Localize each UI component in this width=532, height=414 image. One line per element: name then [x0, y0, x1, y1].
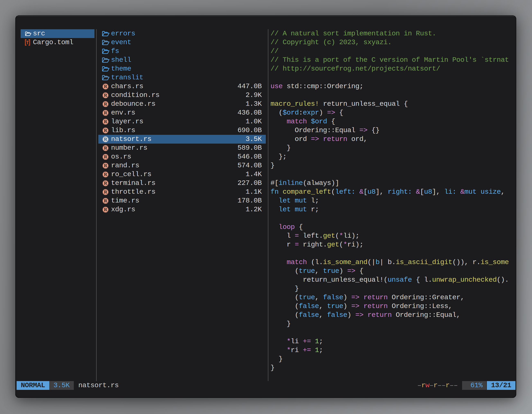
svg-text:R: R	[104, 189, 107, 194]
svg-text:R: R	[104, 137, 107, 142]
svg-text:R: R	[104, 163, 107, 168]
svg-text:R: R	[104, 198, 107, 203]
svg-text:R: R	[104, 181, 107, 186]
svg-text:R: R	[104, 172, 107, 177]
svg-text:R: R	[104, 207, 107, 212]
svg-text:R: R	[104, 154, 107, 159]
svg-text:R: R	[104, 93, 107, 98]
svg-text:R: R	[104, 119, 107, 124]
svg-text:R: R	[104, 84, 107, 89]
svg-text:R: R	[104, 110, 107, 115]
svg-text:R: R	[104, 145, 107, 151]
svg-text:R: R	[104, 101, 107, 106]
svg-text:R: R	[104, 128, 107, 133]
